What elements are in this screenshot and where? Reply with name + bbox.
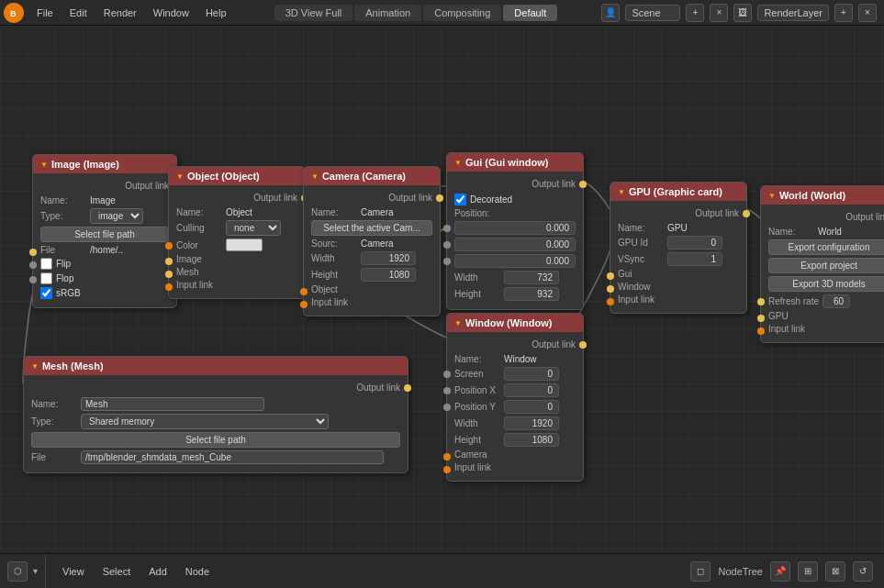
socket-screen[interactable] (443, 371, 451, 378)
tab-animation[interactable]: Animation (354, 5, 421, 21)
collapse-icon[interactable]: ▼ (40, 161, 48, 169)
window-camera-row: Camera (454, 449, 576, 460)
socket-color[interactable] (165, 242, 173, 250)
node-editor[interactable]: ▼ Image (Image) Output link Name: Image … (0, 26, 884, 553)
input-mesh-file[interactable] (81, 450, 384, 464)
socket-mesh[interactable] (165, 271, 173, 278)
tab-default[interactable]: Default (503, 5, 557, 21)
editor-type-icon[interactable]: ⬡ (7, 561, 28, 582)
label-srgb: sRGB (56, 288, 81, 298)
nav-add[interactable]: Add (143, 564, 173, 579)
pin-icon[interactable]: 📌 (770, 561, 790, 582)
socket-refresh-rate[interactable] (757, 298, 765, 305)
socket-image[interactable] (165, 258, 173, 265)
link-icon[interactable]: ⊠ (825, 561, 845, 582)
render-layer-icon[interactable]: 🖼 (733, 4, 752, 22)
socket-gpu-output[interactable] (743, 210, 750, 217)
label-mesh-name: Name: (31, 399, 77, 409)
socket-cam-input[interactable] (300, 301, 308, 308)
tab-3dview[interactable]: 3D View Full (274, 5, 353, 21)
source-row: Sourc: Camera (311, 239, 432, 249)
user-icon[interactable]: 👤 (601, 4, 620, 22)
socket-gpu-input[interactable] (607, 298, 614, 305)
collapse-icon-mesh[interactable]: ▼ (31, 362, 39, 371)
nodetree-icon[interactable]: ◻ (690, 561, 711, 582)
socket-window-camera[interactable] (443, 453, 451, 460)
nav-select[interactable]: Select (97, 564, 137, 579)
select-active-cam-btn[interactable]: Select the active Cam... (311, 220, 432, 236)
collapse-icon-gpu[interactable]: ▼ (618, 188, 625, 196)
socket-pos-z[interactable] (443, 258, 451, 265)
select-type[interactable]: image (90, 208, 143, 224)
node-mesh: ▼ Mesh (Mesh) Output link Name: Type: Sh… (23, 356, 408, 473)
export-3d-btn[interactable]: Export 3D models (768, 276, 884, 292)
blender-logo[interactable]: B (4, 3, 24, 23)
socket-flip[interactable] (29, 261, 37, 269)
mesh-select-file-btn[interactable]: Select file path (31, 432, 400, 448)
menu-file[interactable]: File (29, 6, 61, 20)
input-mesh-name[interactable] (81, 397, 264, 411)
collapse-icon-object[interactable]: ▼ (176, 172, 184, 181)
menu-render[interactable]: Render (96, 6, 144, 20)
socket-pos-y[interactable] (443, 241, 451, 249)
bottom-toolbar: ⬡ ▾ View Select Add Node ◻ NodeTree 📌 ⊞ … (0, 553, 884, 588)
file-row: File /home/.. (40, 245, 169, 255)
socket-world-input[interactable] (757, 327, 765, 335)
label-window-input: Input link (454, 462, 500, 472)
nav-node[interactable]: Node (180, 564, 215, 579)
color-swatch[interactable] (226, 239, 263, 251)
label-gui-width: Width (454, 272, 500, 283)
socket-pos-y-window[interactable] (443, 404, 451, 411)
socket-gui-output[interactable] (579, 181, 587, 188)
scene-add-icon[interactable]: + (686, 4, 704, 22)
socket-world-gpu[interactable] (757, 315, 765, 322)
socket-gpu-gui[interactable] (607, 272, 614, 280)
socket-gpu-window[interactable] (607, 285, 614, 293)
scene-remove-icon[interactable]: × (710, 4, 728, 22)
label-source: Sourc: (311, 239, 357, 249)
nav-view[interactable]: View (57, 564, 90, 579)
export-config-btn[interactable]: Export configuration (768, 239, 884, 255)
export-project-btn[interactable]: Export project (768, 258, 884, 273)
menu-edit[interactable]: Edit (62, 6, 95, 20)
collapse-icon-world[interactable]: ▼ (768, 192, 776, 200)
socket-pos-x[interactable] (443, 225, 451, 232)
node-world-header: ▼ World (World) (761, 186, 884, 205)
socket-flop[interactable] (29, 276, 37, 283)
label-window-height: Height (454, 435, 500, 445)
node-window-title: Window (Window) (465, 317, 553, 328)
socket-cam-output[interactable] (436, 194, 443, 202)
label-culling: Culling (176, 223, 222, 233)
socket-mesh-output[interactable] (404, 384, 411, 392)
value-name: Image (90, 195, 116, 205)
collapse-icon-gui[interactable]: ▼ (454, 159, 462, 167)
tab-compositing[interactable]: Compositing (423, 5, 501, 21)
select-culling[interactable]: none (226, 220, 281, 236)
checkbox-srgb[interactable] (40, 287, 52, 299)
socket-window-input[interactable] (443, 466, 451, 473)
workspace-tabs: 3D View Full Animation Compositing Defau… (238, 5, 595, 21)
window-name-row: Name: Window (454, 354, 576, 364)
select-mesh-type[interactable]: Shared memory (81, 414, 329, 429)
render-layer-remove-icon[interactable]: × (858, 4, 877, 22)
checkbox-flip[interactable] (40, 258, 52, 270)
copy-icon[interactable]: ⊞ (798, 561, 818, 582)
socket-file-left[interactable] (29, 249, 37, 256)
render-layer-add-icon[interactable]: + (834, 4, 853, 22)
collapse-icon-camera[interactable]: ▼ (311, 172, 319, 181)
socket-cam-object[interactable] (300, 288, 308, 295)
mesh-file-row: File (31, 450, 400, 464)
label-world-name: Name: (768, 227, 814, 237)
value-gpu-name: GPU (667, 223, 688, 233)
checkbox-flop[interactable] (40, 272, 52, 284)
socket-pos-x-window[interactable] (443, 387, 451, 394)
collapse-icon-window[interactable]: ▼ (454, 319, 462, 327)
select-file-btn[interactable]: Select file path (40, 227, 169, 242)
socket-window-output[interactable] (579, 341, 587, 349)
menu-help[interactable]: Help (198, 6, 234, 20)
label-window-width: Width (454, 418, 500, 428)
refresh-icon[interactable]: ↺ (853, 561, 873, 582)
menu-window[interactable]: Window (146, 6, 196, 20)
socket-input-link-obj[interactable] (165, 283, 173, 291)
checkbox-decorated[interactable] (454, 194, 466, 205)
